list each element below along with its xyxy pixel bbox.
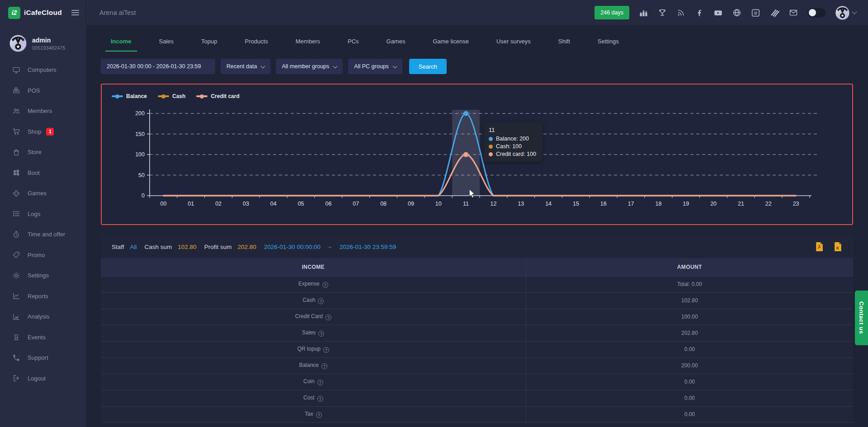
legend-item-balance[interactable]: Balance (112, 93, 147, 99)
sidebar-item-shop[interactable]: Shop1 (0, 122, 86, 142)
income-row-amount: 102.80 (526, 292, 853, 309)
tab-sales[interactable]: Sales (156, 37, 177, 52)
profit-sum-label: Profit sum (204, 244, 232, 250)
pc-groups-select[interactable]: All PC groups (348, 59, 402, 74)
globe-icon[interactable] (732, 8, 741, 17)
sidebar-item-time-and-offer[interactable]: Time and offer (0, 224, 86, 245)
ranking-icon[interactable] (639, 8, 648, 18)
sidebar-item-support[interactable]: Support (0, 347, 86, 368)
app-header: i2 iCafeCloud Arena aiTest 246 days i2 (0, 0, 868, 25)
cafe-name: Arena aiTest (99, 9, 136, 16)
user-name: admin (32, 37, 65, 44)
tab-game-license[interactable]: Game license (430, 37, 471, 52)
svg-text:20: 20 (710, 201, 717, 207)
export-excel-button[interactable]: X (834, 242, 842, 252)
help-icon[interactable]: ? (317, 380, 323, 385)
sidebar-item-label: Reports (28, 293, 48, 300)
sidebar-item-boot[interactable]: Boot (0, 163, 86, 183)
icafe-icon[interactable]: i2 (751, 8, 760, 18)
help-icon[interactable]: ? (318, 331, 324, 337)
support-icon (12, 354, 21, 362)
date-range-input[interactable] (101, 59, 215, 74)
hamburger-menu-button[interactable] (71, 9, 79, 17)
tilde: ~ (328, 244, 332, 250)
income-row-amount: 202.80 (526, 325, 853, 341)
sidebar-item-promo[interactable]: Promo (0, 245, 86, 266)
svg-text:02: 02 (215, 201, 222, 207)
help-icon[interactable]: ? (321, 363, 327, 369)
user-avatar[interactable] (9, 34, 27, 52)
sidebar-item-logs[interactable]: Logs (0, 204, 86, 225)
sidebar-item-members[interactable]: Members (0, 101, 86, 122)
help-icon[interactable]: ? (316, 412, 322, 418)
tab-members[interactable]: Members (293, 37, 323, 52)
rss-icon[interactable] (676, 8, 685, 17)
staff-filter-all[interactable]: All (130, 244, 137, 250)
sidebar-item-logout[interactable]: Logout (0, 368, 86, 389)
recent-data-select[interactable]: Recent data (221, 59, 270, 74)
income-row-label: Cost (303, 394, 315, 401)
svg-text:00: 00 (160, 201, 166, 207)
promo-icon (12, 251, 21, 259)
period-end: 2026-01-30 23:59:59 (340, 244, 396, 250)
sidebar-item-label: Games (28, 190, 47, 197)
reports-icon (12, 292, 21, 300)
boot-icon (12, 169, 21, 177)
sidebar-item-label: Boot (28, 169, 40, 176)
waves-icon[interactable] (770, 8, 779, 18)
mail-icon[interactable] (789, 8, 798, 17)
sidebar-item-pos[interactable]: POS (0, 80, 86, 101)
export-pdf-button[interactable] (815, 242, 824, 252)
search-button[interactable]: Search (409, 59, 447, 74)
staff-label: Staff (112, 244, 124, 250)
tab-pcs[interactable]: PCs (345, 37, 362, 52)
user-avatar[interactable] (835, 5, 850, 20)
tab-user-surveys[interactable]: User surveys (494, 37, 533, 52)
help-icon[interactable]: ? (323, 347, 329, 353)
help-icon[interactable]: ? (318, 298, 324, 304)
chevron-down-icon (392, 64, 397, 68)
contact-us-button[interactable]: Contact us (855, 291, 868, 345)
table-row: Cost?0.00 (101, 390, 853, 406)
legend-item-credit-card[interactable]: Credit card (196, 93, 239, 99)
tab-shift[interactable]: Shift (556, 37, 573, 52)
tab-products[interactable]: Products (242, 37, 270, 52)
sidebar-item-computers[interactable]: Computers (0, 60, 86, 80)
user-menu[interactable] (835, 5, 856, 20)
help-icon[interactable]: ? (326, 314, 331, 320)
sidebar-item-reports[interactable]: Reports (0, 286, 86, 307)
income-row-label: QR topup (297, 346, 321, 352)
income-row-label: Tax (305, 411, 313, 417)
sidebar-item-events[interactable]: Events (0, 327, 86, 348)
sidebar-item-settings[interactable]: Settings (0, 265, 86, 286)
sidebar-item-games[interactable]: Games (0, 183, 86, 204)
column-header-income: INCOME (101, 258, 526, 276)
youtube-icon[interactable] (713, 8, 723, 18)
sidebar: admin 005193482475 ComputersPOSMembersSh… (0, 25, 86, 427)
cash-sum-label: Cash sum (145, 244, 172, 250)
trophy-icon[interactable] (658, 8, 667, 17)
income-chart[interactable]: 0501001502000001020304050607080910111213… (108, 103, 846, 214)
income-row-label: Coin (303, 378, 315, 385)
table-row: Coin?0.00 (101, 374, 853, 390)
sidebar-item-store[interactable]: Store (0, 142, 86, 163)
help-icon[interactable]: ? (322, 282, 328, 288)
chevron-down-icon (333, 64, 338, 68)
svg-text:X: X (836, 246, 840, 250)
legend-item-cash[interactable]: Cash (158, 93, 185, 99)
theme-toggle[interactable] (807, 8, 826, 18)
tab-topup[interactable]: Topup (198, 37, 220, 52)
tab-settings[interactable]: Settings (595, 37, 622, 52)
sidebar-item-analysis[interactable]: Analysis (0, 306, 86, 327)
tab-games[interactable]: Games (384, 37, 408, 52)
tab-income[interactable]: Income (108, 37, 134, 52)
income-row-amount: 200.00 (526, 357, 853, 374)
help-icon[interactable]: ? (317, 396, 323, 402)
days-remaining-badge[interactable]: 246 days (594, 6, 629, 19)
facebook-icon[interactable] (695, 8, 704, 17)
brand-name: iCafeCloud (24, 9, 62, 17)
table-row: Cash?102.80 (101, 292, 853, 309)
pos-icon (12, 86, 21, 94)
income-summary-panel: Staff All Cash sum 102.80 Profit sum 202… (101, 235, 853, 423)
member-groups-select[interactable]: All member groups (276, 59, 343, 74)
